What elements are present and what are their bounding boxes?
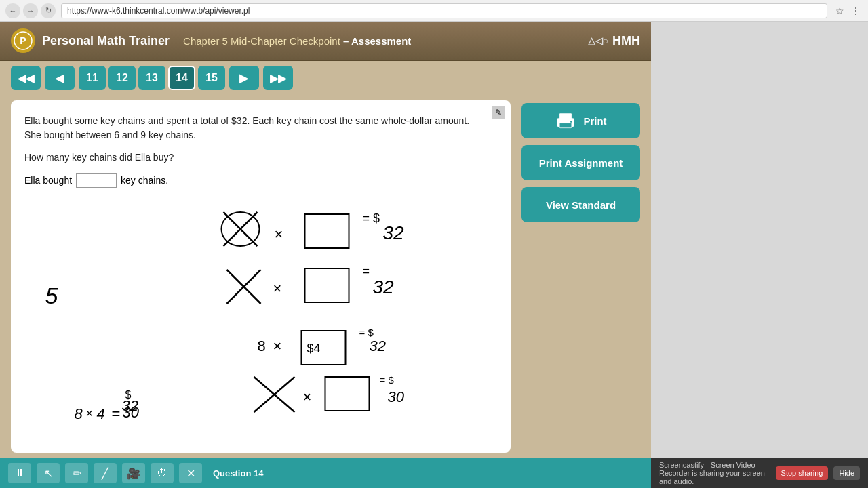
svg-text:P: P [20,35,26,46]
svg-text:8: 8 [75,405,83,422]
svg-rect-36 [560,123,572,128]
page-11[interactable]: 11 [79,66,106,90]
browser-bar: ← → ↻ https://www-k6.thinkcentral.com/ww… [0,0,868,22]
hide-button[interactable]: Hide [833,466,860,480]
svg-line-9 [227,270,261,304]
svg-text:×: × [275,226,283,243]
question-text-block: Ella bought some key chains and spent a … [24,114,497,142]
pen-button[interactable]: ✏ [65,463,88,483]
svg-rect-12 [305,268,349,302]
right-panel [651,22,868,458]
chapter-title: Chapter 5 Mid-Chapter Checkpoint – Asses… [183,35,411,47]
svg-text:= $: = $ [380,374,395,386]
svg-text:32: 32 [370,338,386,354]
pause-button[interactable]: ⏸ [8,463,31,483]
svg-line-21 [254,377,295,412]
question-prompt: How many key chains did Ella buy? [24,150,497,165]
answer-input[interactable] [76,173,117,188]
close-bottom-button[interactable]: ✕ [179,463,202,483]
svg-text:×: × [86,407,94,420]
nav-bar: ◀◀ ◀ 11 12 13 14 15 ▶ ▶▶ [0,61,651,95]
svg-text:32: 32 [383,222,405,243]
forward-button[interactable]: → [23,3,38,18]
svg-rect-24 [326,377,370,411]
svg-rect-17 [302,331,346,365]
svg-text:=: = [363,264,370,278]
cursor-button[interactable]: ↖ [37,463,60,483]
page-15[interactable]: 15 [198,66,225,90]
line-button[interactable]: ╱ [94,463,117,483]
edit-icon[interactable]: ✎ [492,106,505,119]
svg-text:×: × [303,388,312,405]
stop-sharing-button[interactable]: Stop sharing [776,466,829,480]
timer-button[interactable]: ⏱ [151,463,174,483]
next-button[interactable]: ▶ [229,66,259,90]
svg-text:8: 8 [258,338,266,354]
svg-text:= $: = $ [363,211,380,225]
svg-text:=: = [112,405,121,422]
print-assignment-button[interactable]: Print Assignment [521,145,640,180]
svg-text:×: × [273,280,282,297]
svg-text:32: 32 [122,397,138,414]
answer-line: Ella bought key chains. [24,173,497,188]
page-number-group: 11 12 13 14 15 [79,66,225,90]
svg-text:30: 30 [123,404,140,421]
browser-actions: ☆ ⋮ [833,4,863,18]
browser-nav-icons: ← → ↻ [5,3,56,18]
svg-line-2 [224,212,258,246]
svg-text:32: 32 [373,277,395,298]
svg-line-22 [254,377,295,412]
back-button[interactable]: ← [5,3,20,18]
svg-text:4: 4 [97,405,105,422]
logo-area: P Personal Math Trainer [11,28,170,53]
svg-line-10 [227,270,261,304]
svg-point-4 [222,212,260,246]
svg-rect-6 [305,214,349,248]
page-13[interactable]: 13 [138,66,165,90]
star-button[interactable]: ☆ [833,4,846,18]
hmh-logo: △◁○ HMH [588,34,640,48]
app-header: P Personal Math Trainer Chapter 5 Mid-Ch… [0,22,651,61]
question-label: Question 14 [213,468,263,479]
page-14[interactable]: 14 [168,66,195,90]
svg-rect-38 [571,121,573,123]
screencastify-bar: Screencastify - Screen Video Recorder is… [651,458,868,488]
skip-next-button[interactable]: ▶▶ [263,66,293,90]
refresh-button[interactable]: ↻ [41,3,56,18]
sidebar: Print Print Assignment View Standard [521,100,640,453]
page-12[interactable]: 12 [108,66,136,90]
svg-rect-37 [560,113,572,119]
svg-text:30: 30 [388,388,405,405]
menu-button[interactable]: ⋮ [849,4,863,18]
svg-text:5: 5 [45,283,58,308]
main-content: ✎ Ella bought some key chains and spent … [0,95,651,458]
video-button[interactable]: 🎥 [122,463,145,483]
svg-text:$: $ [125,389,132,401]
svg-text:$4: $4 [307,342,321,355]
app-title: Personal Math Trainer [42,34,170,48]
app-container: P Personal Math Trainer Chapter 5 Mid-Ch… [0,22,651,488]
print-button[interactable]: Print [521,103,640,138]
view-standard-button[interactable]: View Standard [521,187,640,222]
app-logo: P [11,28,35,53]
printer-icon [555,111,576,130]
question-area: ✎ Ella bought some key chains and spent … [11,100,511,453]
screencastify-message: Screencastify - Screen Video Recorder is… [659,461,770,485]
bottom-toolbar: ⏸ ↖ ✏ ╱ 🎥 ⏱ ✕ Question 14 [0,458,651,488]
svg-text:×: × [273,338,282,354]
prev-button[interactable]: ◀ [45,66,75,90]
svg-line-3 [224,212,258,246]
address-bar[interactable]: https://www-k6.thinkcentral.com/wwtb/api… [61,3,827,18]
svg-text:= $: = $ [359,327,374,338]
skip-back-button[interactable]: ◀◀ [11,66,41,90]
